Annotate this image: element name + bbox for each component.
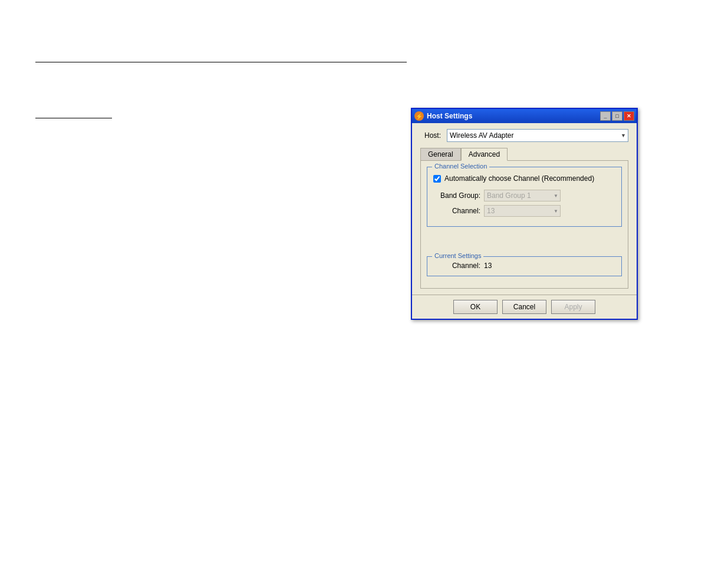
auto-channel-row: Automatically choose Channel (Recommende… <box>433 174 615 183</box>
dialog-footer: OK Cancel Apply <box>412 295 637 319</box>
maximize-button[interactable]: □ <box>612 111 622 121</box>
host-row: Host: Wireless AV Adapter <box>420 129 628 142</box>
auto-channel-checkbox[interactable] <box>433 175 441 183</box>
dialog-titlebar: ⚡ Host Settings _ □ ✕ <box>412 109 637 123</box>
channel-select[interactable]: 13 <box>484 205 561 217</box>
cancel-button-label: Cancel <box>513 303 535 311</box>
current-channel-value: 13 <box>484 262 492 270</box>
top-horizontal-rule <box>35 62 407 62</box>
band-group-row: Band Group: Band Group 1 <box>433 190 615 201</box>
apply-button[interactable]: Apply <box>551 300 595 314</box>
channel-select-wrapper: 13 <box>484 205 561 217</box>
minimize-button[interactable]: _ <box>600 111 611 121</box>
band-group-label: Band Group: <box>433 191 480 200</box>
dialog-app-icon: ⚡ <box>414 111 424 121</box>
dialog-body: Host: Wireless AV Adapter General Advanc… <box>412 123 637 295</box>
current-settings-legend: Current Settings <box>432 252 483 259</box>
dialog-title-text: Host Settings <box>427 112 472 120</box>
host-select-wrapper: Wireless AV Adapter <box>447 129 628 142</box>
current-channel-row: Channel: 13 <box>433 262 615 270</box>
channel-row: Channel: 13 <box>433 205 615 217</box>
cancel-button[interactable]: Cancel <box>502 300 546 314</box>
channel-selection-legend: Channel Selection <box>432 163 489 170</box>
tab-general[interactable]: General <box>420 148 461 160</box>
current-settings-group: Current Settings Channel: 13 <box>427 256 622 276</box>
tab-content-advanced: Channel Selection Automatically choose C… <box>420 160 628 289</box>
channel-selection-group: Channel Selection Automatically choose C… <box>427 167 622 227</box>
dialog-icon-symbol: ⚡ <box>416 113 423 120</box>
tab-advanced-label: Advanced <box>469 150 500 158</box>
titlebar-buttons-group: _ □ ✕ <box>600 111 634 121</box>
band-group-select[interactable]: Band Group 1 <box>484 190 561 201</box>
tabs-row: General Advanced <box>420 148 628 160</box>
host-select[interactable]: Wireless AV Adapter <box>447 129 628 142</box>
mid-horizontal-rule <box>35 118 112 118</box>
ok-button-label: OK <box>470 303 480 311</box>
tab-general-label: General <box>428 150 453 158</box>
apply-button-label: Apply <box>564 303 582 311</box>
page-background: ⚡ Host Settings _ □ ✕ Host: Wireless AV … <box>0 0 728 562</box>
auto-channel-label: Automatically choose Channel (Recommende… <box>444 174 594 183</box>
dialog-title-area: ⚡ Host Settings <box>414 111 472 121</box>
close-button[interactable]: ✕ <box>624 111 634 121</box>
host-settings-dialog: ⚡ Host Settings _ □ ✕ Host: Wireless AV … <box>411 108 638 320</box>
band-group-select-wrapper: Band Group 1 <box>484 190 561 201</box>
channel-field-label: Channel: <box>433 207 480 215</box>
ok-button[interactable]: OK <box>453 300 498 314</box>
current-channel-label: Channel: <box>433 262 480 270</box>
tab-advanced[interactable]: Advanced <box>461 148 508 161</box>
host-field-label: Host: <box>420 131 441 140</box>
